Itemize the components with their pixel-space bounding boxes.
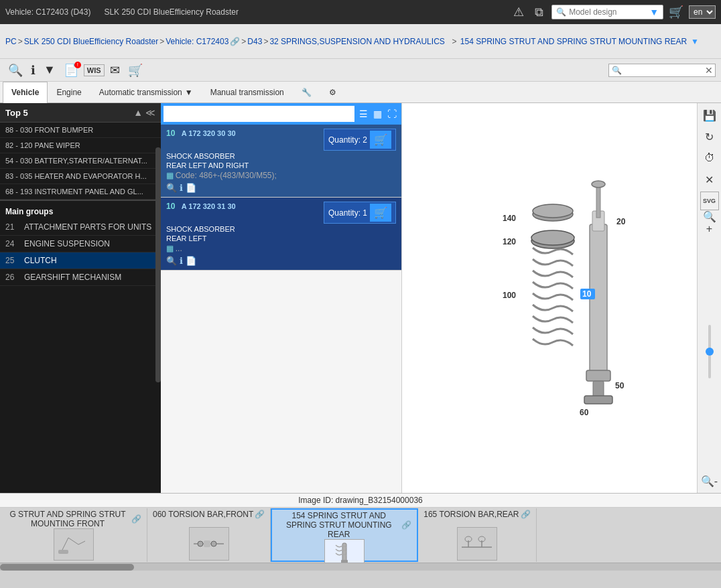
tab-automatic-transmission[interactable]: Automatic transmission ▼	[90, 82, 202, 103]
expand-view-icon[interactable]: ⛶	[385, 108, 399, 120]
tab-wrench[interactable]: 🔧	[293, 82, 320, 103]
group-item-21[interactable]: 21 ATTACHMENT PARTS FOR UNITS	[0, 219, 161, 236]
part-search-icon-1[interactable]: 🔍	[166, 256, 177, 266]
tab-settings[interactable]: ⚙	[320, 82, 345, 103]
add-to-cart-button-1[interactable]: 🛒	[370, 204, 391, 222]
svg-line-21	[78, 541, 85, 544]
zoom-in-icon[interactable]: 🔍	[5, 62, 25, 79]
cart-button[interactable]: 🛒	[669, 5, 683, 19]
part-info-icon-1[interactable]: ℹ	[180, 256, 183, 266]
image-id-bar: Image ID: drawing_B32154000036	[0, 494, 721, 508]
svg-point-4	[531, 230, 574, 245]
breadcrumb-pc[interactable]: PC	[5, 37, 17, 46]
part-actions-1: 🔍 ℹ 📄	[166, 256, 396, 266]
group-item-26[interactable]: 26 GEARSHIFT MECHANISM	[0, 269, 161, 286]
thumbnail-img-1	[189, 527, 229, 561]
grid-view-icon[interactable]: ▦	[371, 108, 384, 120]
group-item-25[interactable]: 25 CLUTCH	[0, 252, 161, 269]
breadcrumb-dropdown-icon[interactable]: ▼	[691, 37, 699, 46]
part-search-icon-0[interactable]: 🔍	[166, 183, 177, 193]
thumbnail-3[interactable]: 165 TORSION BAR,REAR 🔗	[418, 508, 536, 562]
toolbar-left: 🔍 ℹ ▼ 📄! WIS ✉ 🛒	[5, 62, 145, 79]
svg-export-button[interactable]: SVG	[700, 192, 719, 210]
top5-item-0[interactable]: 88 - 030 FRONT BUMPER	[0, 123, 161, 138]
top-bar-right: ⚠ ⧉ 🔍 ▼ 🛒 en	[511, 3, 716, 21]
tab-manual-transmission[interactable]: Manual transmission	[202, 82, 293, 103]
clear-search-button[interactable]: ✕	[705, 65, 713, 76]
top5-item-2[interactable]: 54 - 030 BATTERY,STARTER/ALTERNAT...	[0, 153, 161, 169]
part-extra-1: ▦ ...	[166, 244, 396, 253]
part-item-1[interactable]: 10 A 172 320 31 30 Quantity: 1 🛒 SHOCK A…	[161, 198, 401, 271]
top5-controls: ▲ ≪	[133, 107, 155, 118]
thumbnail-1[interactable]: 060 TORSION BAR,FRONT 🔗	[147, 508, 271, 562]
language-select[interactable]: en	[689, 5, 716, 19]
thumbnail-0[interactable]: G STRUT AND SPRING STRUT MOUNTING FRONT …	[0, 508, 147, 562]
mail-icon[interactable]: ✉	[107, 62, 123, 79]
part-info-icon-0[interactable]: ℹ	[180, 183, 183, 193]
history-button[interactable]: ⏱	[700, 149, 719, 167]
wrench-icon: 🔧	[302, 88, 312, 97]
part-doc-icon-0[interactable]: 📄	[186, 183, 196, 193]
slider-thumb[interactable]	[706, 348, 714, 356]
breadcrumb-d43[interactable]: D43	[247, 37, 262, 46]
scroll-bar-thumb[interactable]	[0, 564, 134, 571]
thumbnail-2[interactable]: 154 SPRING STRUT AND SPRING STRUT MOUNTI…	[271, 508, 418, 562]
list-view-icon[interactable]: ☰	[357, 108, 370, 120]
top-bar: Vehicle: C172403 (D43) SLK 250 CDI BlueE…	[0, 0, 721, 24]
scroll-bar-bottom[interactable]	[0, 563, 721, 571]
part-name2-0: REAR LEFT AND RIGHT	[166, 161, 396, 169]
svg-text:20: 20	[616, 217, 626, 226]
parts-view-icons: ☰ ▦ ⛶	[357, 108, 399, 120]
top5-item-3[interactable]: 83 - 035 HEATER AND EVAPORATOR H...	[0, 169, 161, 184]
wis-icon[interactable]: WIS	[84, 64, 105, 76]
part-doc-icon-1[interactable]: 📄	[186, 256, 196, 266]
info-icon[interactable]: ℹ	[28, 62, 38, 79]
top5-item-1[interactable]: 82 - 120 PANE WIPER	[0, 138, 161, 153]
sidebar: Top 5 ▲ ≪ 88 - 030 FRONT BUMPER 82 - 120…	[0, 103, 161, 493]
diagram-toolbar: 💾 ↻ ⏱ ✕ SVG 🔍+ 🔍-	[697, 103, 721, 493]
part-actions-0: 🔍 ℹ 📄	[166, 183, 396, 193]
svg-text:140: 140	[503, 214, 516, 223]
crosshair-button[interactable]: ✕	[700, 170, 719, 189]
cart-toolbar-icon[interactable]: 🛒	[125, 62, 145, 79]
breadcrumb-spring-strut[interactable]: 154 SPRING STRUT AND SPRING STRUT MOUNTI…	[460, 37, 687, 46]
top-bar-left: Vehicle: C172403 (D43) SLK 250 CDI BlueE…	[5, 7, 239, 17]
zoom-out-diagram-button[interactable]: 🔍-	[700, 471, 719, 490]
tab-engine[interactable]: Engine	[48, 82, 90, 103]
minimize-icon[interactable]: ≪	[145, 107, 155, 118]
save-view-button[interactable]: 💾	[700, 106, 719, 125]
part-extra-0: ▦ Code: 486+-(483/M30/M55);	[166, 171, 396, 180]
search-icon: 🔍	[556, 7, 566, 17]
warning-icon[interactable]: ⚠	[511, 3, 527, 21]
toolbar-search-box: 🔍 ✕	[608, 64, 716, 77]
group-item-24[interactable]: 24 ENGINE SUSPENSION	[0, 236, 161, 252]
svg-text:120: 120	[503, 237, 516, 246]
diagram-slider	[708, 234, 711, 469]
breadcrumb-model[interactable]: SLK 250 CDI BlueEfficiency Roadster	[24, 37, 159, 46]
svg-text:10: 10	[582, 289, 592, 299]
rotate-view-button[interactable]: ↻	[700, 127, 719, 146]
svg-line-20	[68, 538, 78, 544]
filter-icon[interactable]: ▼	[41, 62, 58, 78]
svg-rect-22	[58, 550, 68, 554]
document-icon[interactable]: 📄!	[61, 62, 81, 79]
part-item-0[interactable]: 10 A 172 320 30 30 Quantity: 2 🛒 SHOCK A…	[161, 125, 401, 198]
svg-rect-26	[204, 540, 210, 547]
toolbar-search-input[interactable]	[625, 66, 705, 75]
svg-line-19	[62, 538, 68, 551]
collapse-icon[interactable]: ▲	[133, 107, 143, 118]
copy-icon[interactable]: ⧉	[532, 4, 546, 21]
quantity-badge-1: Quantity: 1 🛒	[324, 202, 396, 224]
model-search-input[interactable]	[569, 7, 649, 17]
diagram-canvas: 140 120 10	[402, 103, 697, 493]
parts-search-input[interactable]	[168, 107, 350, 121]
breadcrumb-vehicle[interactable]: Vehicle: C172403	[166, 37, 228, 46]
breadcrumb-springs[interactable]: 32 SPRINGS,SUSPENSION AND HYDRAULICS	[269, 37, 444, 46]
svg-point-10	[592, 181, 605, 188]
svg-rect-15	[584, 396, 612, 404]
add-to-cart-button-0[interactable]: 🛒	[370, 131, 391, 149]
thumbnail-link-icon-0: 🔗	[131, 514, 141, 524]
zoom-in-diagram-button[interactable]: 🔍+	[700, 213, 719, 232]
top5-item-4[interactable]: 68 - 193 INSTRUMENT PANEL AND GL...	[0, 184, 161, 200]
tab-vehicle[interactable]: Vehicle	[3, 82, 48, 103]
